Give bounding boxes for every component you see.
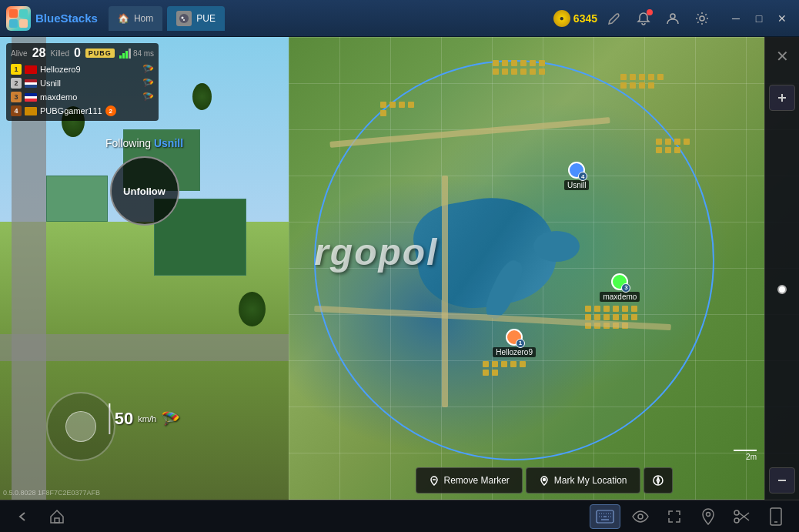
player-rank-1: 1 xyxy=(11,64,22,75)
profile-button[interactable] xyxy=(660,6,685,31)
notification-button[interactable] xyxy=(631,6,656,31)
tools-button[interactable] xyxy=(602,6,627,31)
svg-point-5 xyxy=(182,16,184,18)
b xyxy=(622,306,628,312)
svg-marker-15 xyxy=(51,510,63,523)
scale-bar xyxy=(734,450,757,451)
player-name-2: Usnill xyxy=(40,79,61,88)
zoom-in-button[interactable] xyxy=(769,85,795,111)
b xyxy=(493,69,499,75)
svg-rect-2 xyxy=(9,19,18,28)
keyboard-button[interactable] xyxy=(590,504,620,529)
building-cluster-bottom-mid xyxy=(483,361,527,376)
plus-icon xyxy=(776,92,788,104)
mark-location-button[interactable]: Mark My Location xyxy=(526,467,640,494)
fullscreen-icon xyxy=(667,509,682,524)
scale-text: 2m xyxy=(746,453,757,461)
unfollow-label: Unfollow xyxy=(123,186,165,197)
visibility-button[interactable] xyxy=(627,503,654,530)
b xyxy=(511,60,517,66)
b xyxy=(539,60,545,66)
compass-button[interactable] xyxy=(644,467,673,494)
ping-bar-4 xyxy=(129,49,131,59)
hud-scoreboard: Alive 28 Killed 0 PUBG 84 ms 1 xyxy=(6,43,159,121)
b xyxy=(594,314,600,320)
b xyxy=(665,147,671,153)
tab-home[interactable]: 🏠 Hom xyxy=(109,6,162,31)
b xyxy=(613,314,619,320)
alive-label: Alive xyxy=(11,49,28,58)
eye-icon xyxy=(632,510,649,523)
close-button[interactable]: ✕ xyxy=(771,8,793,29)
settings-button[interactable] xyxy=(690,6,714,31)
svg-point-32 xyxy=(734,510,739,515)
minimize-button[interactable]: ─ xyxy=(725,8,747,29)
remove-marker-button[interactable]: Remove Marker xyxy=(415,467,522,494)
svg-point-6 xyxy=(183,19,185,21)
b xyxy=(613,306,619,312)
player-row-3: 3 maxdemo 🪂 xyxy=(11,90,154,104)
notification-dot xyxy=(647,9,653,15)
b xyxy=(530,60,536,66)
ping-bar-1 xyxy=(119,55,122,59)
b xyxy=(502,69,508,75)
joystick-inner xyxy=(65,411,96,442)
b xyxy=(510,361,517,367)
tab-game-label: PUE xyxy=(196,13,216,24)
svg-point-8 xyxy=(700,16,704,21)
usnill-marker-label: Usnill xyxy=(564,180,589,190)
hellozero9-marker-label: Hellozero9 xyxy=(493,347,536,357)
b xyxy=(520,361,526,367)
svg-rect-1 xyxy=(19,9,28,18)
b xyxy=(620,74,627,80)
back-button[interactable] xyxy=(9,503,37,530)
phone-button[interactable] xyxy=(762,503,790,530)
scissors-button[interactable] xyxy=(728,503,756,530)
svg-rect-0 xyxy=(9,9,18,18)
building-cluster-right xyxy=(656,139,690,153)
location-pin-button[interactable] xyxy=(694,503,722,530)
hellozero9-rank-badge: 1 xyxy=(516,339,525,348)
building-cluster-left-mid xyxy=(380,102,415,116)
window-controls: ─ □ ✕ xyxy=(725,8,793,29)
player-flag-4 xyxy=(25,107,37,115)
map-background: rgopol 4 Usnill 3 maxdemo 1 xyxy=(289,37,799,500)
game-tree-3 xyxy=(239,292,266,326)
tab-game[interactable]: PUE xyxy=(167,6,225,31)
maxdemo-marker-label: maxdemo xyxy=(600,292,640,302)
game-road-horizontal xyxy=(0,334,289,361)
map-close-button[interactable]: ✕ xyxy=(769,43,795,69)
home-button[interactable] xyxy=(43,503,71,530)
following-banner: Following Usnill xyxy=(105,137,183,149)
svg-point-30 xyxy=(638,514,643,519)
player-chute-3: 🪂 xyxy=(142,92,154,102)
home-icon xyxy=(49,509,65,524)
map-panel[interactable]: rgopol 4 Usnill 3 maxdemo 1 xyxy=(289,37,799,500)
fullscreen-button[interactable] xyxy=(660,503,688,530)
player-flag-1 xyxy=(25,65,37,74)
titlebar: BlueStacks 🏠 Hom PUE ● 6345 xyxy=(0,0,799,37)
b xyxy=(648,82,654,89)
zoom-indicator-dot xyxy=(777,285,787,294)
player-flag-3 xyxy=(25,93,37,102)
b xyxy=(501,361,507,367)
b xyxy=(603,314,610,320)
home-icon: 🏠 xyxy=(118,13,129,24)
b xyxy=(408,102,414,108)
building-cluster-topright xyxy=(620,74,664,89)
unfollow-button[interactable]: Unfollow xyxy=(110,156,179,226)
maximize-button[interactable]: □ xyxy=(748,8,770,29)
player-row-4: 4 PUBGgamer111 2 xyxy=(11,104,154,118)
joystick-outer[interactable] xyxy=(46,392,115,461)
brand-label: BlueStacks xyxy=(35,12,98,25)
player-marker-hellozero9[interactable]: 1 Hellozero9 xyxy=(493,329,536,357)
player-marker-maxdemo[interactable]: 3 maxdemo xyxy=(600,273,640,302)
player-marker-usnill[interactable]: 4 Usnill xyxy=(564,162,589,190)
alive-count: 28 xyxy=(32,46,46,60)
b xyxy=(603,306,610,312)
pubg-logo: PUBG xyxy=(85,49,115,58)
zoom-out-button[interactable] xyxy=(769,467,795,494)
svg-point-4 xyxy=(179,14,189,23)
player-rank-2: 2 xyxy=(11,78,22,89)
b xyxy=(483,370,489,376)
